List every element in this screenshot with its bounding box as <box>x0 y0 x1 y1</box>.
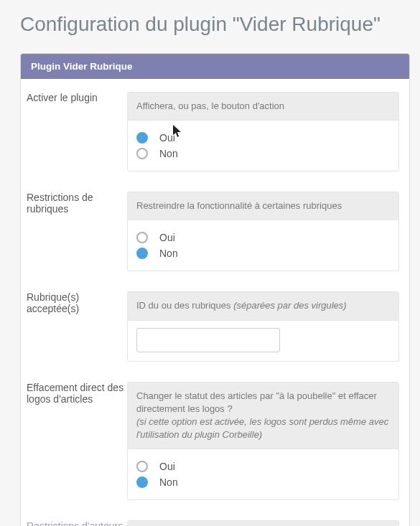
radio-icon <box>136 476 148 488</box>
radio-icon <box>136 461 148 472</box>
radio-icon <box>136 132 148 144</box>
label-author-restrict: Restrictions d'auteurs <box>21 520 127 526</box>
option-restrict-yes[interactable]: Oui <box>136 232 390 243</box>
section-accepted-sections: Rubrique(s) acceptée(s) ID du ou des rub… <box>21 291 409 361</box>
accepted-sections-input[interactable] <box>136 328 280 352</box>
desc-activate: Affichera, ou pas, le bouton d'action <box>128 93 398 121</box>
label-activate: Activer le plugin <box>21 92 127 103</box>
section-restrict-sections: Restrictions de rubriques Restreindre la… <box>21 192 409 271</box>
option-label: Oui <box>159 232 175 243</box>
desc-accepted-sections: ID du ou des rubriques (séparées par des… <box>128 292 398 320</box>
section-author-restrict: Restrictions d'auteurs Quel type d'auteu… <box>21 520 409 526</box>
option-delete-logos-no[interactable]: Non <box>136 476 390 488</box>
desc-restrict-sections: Restreindre la fonctionnalité à certaine… <box>128 192 398 220</box>
desc-author-restrict: Quel type d'auteur est autorisé à vider … <box>128 521 398 526</box>
option-label: Oui <box>159 461 175 472</box>
option-label: Non <box>159 248 178 259</box>
section-delete-logos: Effacement direct des logos d'articles C… <box>21 382 409 501</box>
radio-icon <box>136 148 148 159</box>
option-label: Non <box>159 476 178 488</box>
section-activate: Activer le plugin Affichera, ou pas, le … <box>21 92 409 172</box>
label-restrict-sections: Restrictions de rubriques <box>21 192 127 215</box>
desc-delete-logos: Changer le statut des articles par "à la… <box>128 382 398 450</box>
desc-text: ID du ou des rubriques <box>136 300 233 311</box>
radio-icon <box>136 248 148 259</box>
label-delete-logos: Effacement direct des logos d'articles <box>21 382 127 405</box>
radio-icon <box>136 232 148 243</box>
option-activate-no[interactable]: Non <box>136 148 390 159</box>
desc-note: (séparées par des virgules) <box>233 300 347 311</box>
option-restrict-no[interactable]: Non <box>136 248 390 259</box>
desc-text: Changer le statut des articles par "à la… <box>136 390 377 414</box>
config-panel: Plugin Vider Rubrique Activer le plugin … <box>20 53 410 526</box>
option-delete-logos-yes[interactable]: Oui <box>136 461 390 472</box>
page-title: Configuration du plugin "Vider Rubrique" <box>20 13 420 36</box>
mouse-cursor-icon <box>173 125 182 138</box>
option-label: Non <box>159 148 178 159</box>
desc-note: (si cette option est activée, les logos … <box>136 416 388 440</box>
label-accepted-sections: Rubrique(s) acceptée(s) <box>21 291 127 314</box>
panel-header: Plugin Vider Rubrique <box>21 54 409 79</box>
